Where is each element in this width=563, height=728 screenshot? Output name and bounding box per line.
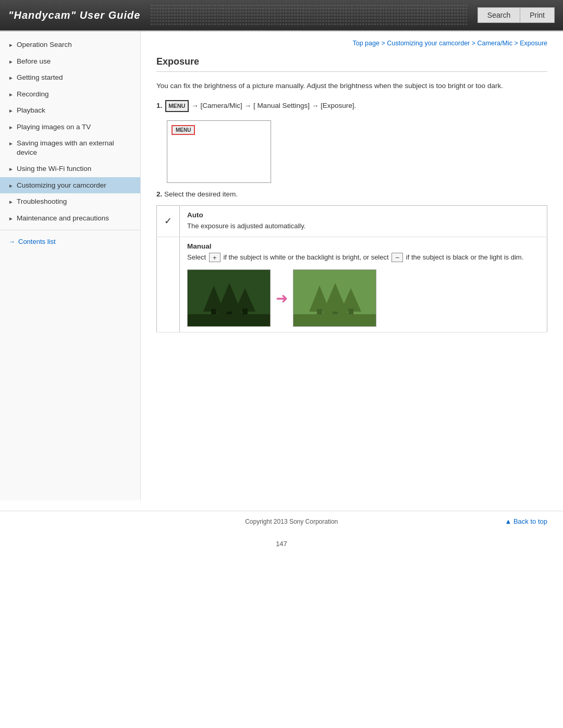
arrow-icon: ► bbox=[8, 107, 14, 114]
auto-option-name: Auto bbox=[187, 211, 540, 219]
options-table: ✓ Auto The exposure is adjusted automati… bbox=[156, 205, 547, 332]
breadcrumb-sep1: > bbox=[381, 40, 387, 47]
menu-box-label: MENU bbox=[172, 125, 195, 135]
step1-text1: [Camera/Mic] bbox=[201, 102, 242, 109]
header: "Handycam" User Guide bbox=[0, 0, 563, 31]
sidebar-item-label: Before use bbox=[17, 57, 51, 66]
sidebar-item-label: Getting started bbox=[17, 73, 63, 82]
breadcrumb-top-page[interactable]: Top page bbox=[352, 40, 379, 47]
breadcrumb-customizing[interactable]: Customizing your camcorder bbox=[387, 40, 470, 47]
sidebar-item-label: Recording bbox=[17, 90, 49, 99]
arrow-icon: ► bbox=[8, 166, 14, 172]
breadcrumb-camera-mic[interactable]: Camera/Mic bbox=[478, 40, 512, 47]
arrow-icon: ► bbox=[8, 42, 14, 48]
step2-text: Select the desired item. bbox=[164, 190, 238, 198]
contents-list-link[interactable]: → Contents list bbox=[0, 233, 140, 250]
content-description: You can fix the brightness of a picture … bbox=[156, 80, 547, 92]
sidebar-item-playing-images[interactable]: ► Playing images on a TV bbox=[0, 119, 140, 135]
step1-text3: [ Manual Settings] bbox=[253, 102, 310, 109]
step-2: 2. Select the desired item. bbox=[156, 190, 547, 198]
sidebar-item-label: Customizing your camcorder bbox=[17, 181, 106, 190]
contents-list-label: Contents list bbox=[18, 238, 56, 245]
copyright-text: Copyright 2013 Sony Corporation bbox=[78, 518, 505, 525]
arrow-icon: ► bbox=[8, 91, 14, 98]
manual-option-desc: Select + if the subject is white or the … bbox=[187, 252, 540, 263]
sidebar-item-operation-search[interactable]: ► Operation Search bbox=[0, 36, 140, 53]
back-to-top-link[interactable]: ▲ Back to top bbox=[505, 517, 547, 525]
sidebar-item-troubleshooting[interactable]: ► Troubleshooting bbox=[0, 193, 140, 210]
footer: Copyright 2013 Sony Corporation ▲ Back t… bbox=[0, 511, 563, 532]
header-decoration bbox=[151, 5, 467, 26]
breadcrumb-sep3: > bbox=[514, 40, 520, 47]
manual-desc-pre: Select bbox=[187, 253, 206, 261]
plus-button: + bbox=[209, 253, 221, 262]
sidebar-item-label: Operation Search bbox=[17, 40, 72, 50]
arrow-icon: ► bbox=[8, 124, 14, 131]
step1-text5: [Exposure]. bbox=[321, 102, 356, 109]
manual-option-name: Manual bbox=[187, 242, 540, 250]
sidebar-item-label: Using the Wi-Fi function bbox=[17, 164, 91, 174]
header-buttons: Search Print bbox=[478, 7, 555, 23]
sidebar-item-wifi[interactable]: ► Using the Wi-Fi function bbox=[0, 161, 140, 177]
step1-content: MENU → [Camera/Mic] → [ Manual Settings]… bbox=[164, 102, 356, 109]
sidebar-item-label: Playing images on a TV bbox=[17, 122, 91, 132]
arrow-icon: ► bbox=[8, 199, 14, 205]
sidebar-item-recording[interactable]: ► Recording bbox=[0, 86, 140, 103]
main-layout: ► Operation Search ► Before use ► Gettin… bbox=[0, 31, 563, 500]
content-area: Top page > Customizing your camcorder > … bbox=[141, 31, 563, 500]
sidebar-item-saving-images[interactable]: ► Saving images with an external device bbox=[0, 135, 140, 161]
breadcrumb-current: Exposure bbox=[520, 40, 547, 47]
dark-forest-svg bbox=[188, 270, 271, 327]
menu-button-label: MENU bbox=[165, 100, 188, 113]
page-title: Exposure bbox=[156, 56, 547, 72]
sidebar: ► Operation Search ► Before use ► Gettin… bbox=[0, 31, 141, 500]
auto-check-cell: ✓ bbox=[157, 206, 180, 237]
menu-screenshot: MENU bbox=[167, 120, 271, 183]
step-1: 1. MENU → [Camera/Mic] → [ Manual Settin… bbox=[156, 100, 547, 113]
breadcrumb-sep2: > bbox=[472, 40, 478, 47]
manual-desc-post: if the subject is black or the light is … bbox=[406, 253, 523, 261]
bright-forest-svg bbox=[293, 270, 376, 327]
manual-check-cell bbox=[157, 237, 180, 332]
sidebar-item-getting-started[interactable]: ► Getting started bbox=[0, 69, 140, 86]
arrow-icon: ► bbox=[8, 75, 14, 81]
exposure-image-bright bbox=[293, 269, 376, 327]
sidebar-item-label: Playback bbox=[17, 106, 45, 115]
svg-rect-7 bbox=[188, 314, 271, 327]
table-row-auto: ✓ Auto The exposure is adjusted automati… bbox=[157, 206, 547, 237]
sidebar-item-customizing[interactable]: ► Customizing your camcorder bbox=[0, 177, 140, 194]
exposure-image-dark bbox=[187, 269, 271, 327]
sidebar-item-label: Saving images with an external device bbox=[17, 139, 134, 157]
contents-list-arrow-icon: → bbox=[8, 238, 15, 245]
back-to-top-label: Back to top bbox=[513, 517, 547, 525]
sidebar-item-maintenance[interactable]: ► Maintenance and precautions bbox=[0, 210, 140, 227]
arrow-icon: ► bbox=[8, 182, 14, 189]
svg-rect-16 bbox=[293, 270, 376, 327]
sidebar-item-before-use[interactable]: ► Before use bbox=[0, 53, 140, 70]
forest-dark-visual bbox=[188, 270, 270, 326]
arrow-icon: ► bbox=[8, 215, 14, 222]
forest-bright-visual bbox=[293, 270, 376, 326]
step1-number: 1. bbox=[156, 102, 162, 109]
transition-arrow-icon: ➜ bbox=[276, 290, 288, 307]
minus-button: − bbox=[391, 253, 403, 262]
manual-option-cell: Manual Select + if the subject is white … bbox=[180, 237, 547, 332]
breadcrumb: Top page > Customizing your camcorder > … bbox=[156, 40, 547, 47]
step1-arrow3: → bbox=[312, 102, 321, 109]
step1-arrow2: → bbox=[244, 102, 253, 109]
manual-desc-mid: if the subject is white or the backlight… bbox=[223, 253, 388, 261]
sidebar-item-label: Maintenance and precautions bbox=[17, 214, 109, 223]
exposure-images-row: ➜ bbox=[187, 269, 540, 327]
back-to-top-arrow-icon: ▲ bbox=[505, 517, 513, 525]
arrow-icon: ► bbox=[8, 140, 14, 147]
app-title: "Handycam" User Guide bbox=[8, 9, 140, 21]
search-button[interactable]: Search bbox=[478, 7, 520, 23]
sidebar-item-playback[interactable]: ► Playback bbox=[0, 102, 140, 119]
auto-option-cell: Auto The exposure is adjusted automatica… bbox=[180, 206, 547, 237]
page-number: 147 bbox=[0, 532, 563, 556]
auto-option-desc: The exposure is adjusted automatically. bbox=[187, 221, 540, 231]
step2-number: 2. bbox=[156, 190, 162, 198]
table-row-manual: Manual Select + if the subject is white … bbox=[157, 237, 547, 332]
arrow-icon: ► bbox=[8, 58, 14, 65]
print-button[interactable]: Print bbox=[520, 7, 555, 23]
